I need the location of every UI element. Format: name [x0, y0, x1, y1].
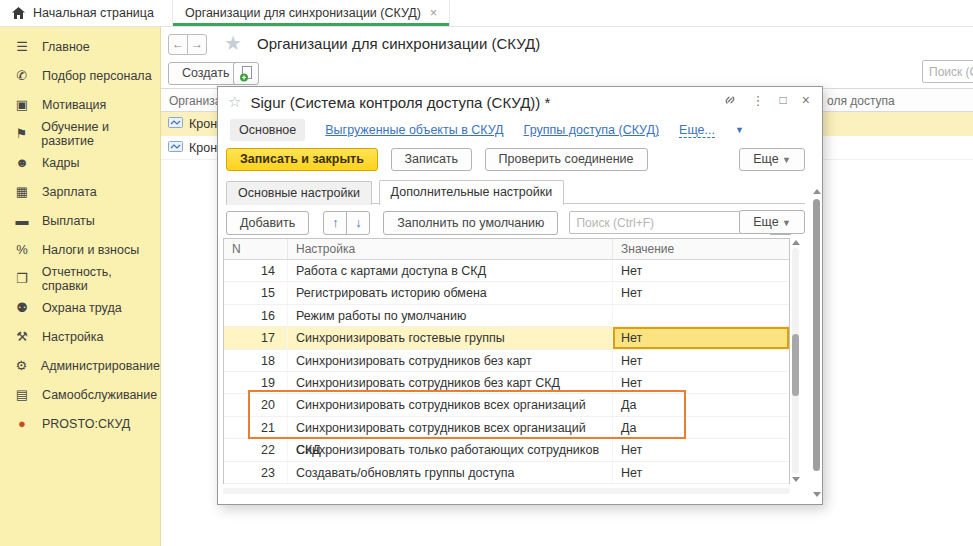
settings-row[interactable]: 18Синхронизировать сотрудников без картН…: [224, 350, 789, 372]
cell-n[interactable]: 20: [224, 394, 288, 415]
table-scrollbar[interactable]: [791, 238, 800, 484]
save-button[interactable]: Записать: [391, 148, 472, 171]
cell-value[interactable]: Нет: [613, 439, 789, 460]
cell-n[interactable]: 23: [224, 462, 288, 483]
nav-more-link[interactable]: Еще...: [679, 123, 715, 138]
move-down-button[interactable]: ↓: [346, 211, 370, 235]
cell-n[interactable]: 21: [224, 417, 288, 438]
sidebar-item-samoobsluzhivanie[interactable]: ▤Самообслуживание: [0, 380, 160, 409]
cell-n[interactable]: 22: [224, 439, 288, 460]
forward-button[interactable]: →: [187, 34, 207, 55]
cell-setting[interactable]: Работа с картами доступа в СКД: [288, 260, 613, 281]
tab-additional-settings[interactable]: Дополнительные настройки: [379, 180, 565, 205]
sidebar-item-obuchenie[interactable]: ⚑Обучение и развитие: [0, 119, 160, 148]
cell-setting[interactable]: Синхронизировать только работающих сотру…: [288, 439, 613, 460]
cell-setting[interactable]: Создавать/обновлять группы доступа: [288, 462, 613, 483]
sidebar-item-glavnoe[interactable]: ☰Главное: [0, 32, 160, 61]
new-document-icon: [239, 66, 254, 82]
cell-value[interactable]: Нет: [613, 462, 789, 483]
scrollbar-thumb[interactable]: [813, 199, 820, 471]
scrollbar-thumb[interactable]: [792, 334, 799, 396]
main-search-input[interactable]: [922, 60, 973, 83]
cell-n[interactable]: 16: [224, 305, 288, 326]
create-group-button[interactable]: [233, 62, 259, 85]
link-icon[interactable]: [723, 93, 737, 107]
nav-main-tab[interactable]: Основное: [230, 119, 305, 141]
sidebar-item-label: Отчетность, справки: [42, 265, 160, 293]
cell-n[interactable]: 15: [224, 282, 288, 303]
form-scrollbar[interactable]: [812, 187, 821, 499]
settings-row[interactable]: 15Регистрировать историю обменаНет: [224, 282, 789, 304]
cell-value[interactable]: [613, 305, 789, 326]
sidebar-item-kadry[interactable]: ☻Кадры: [0, 148, 160, 177]
sidebar-item-nalogi[interactable]: %Налоги и взносы: [0, 235, 160, 264]
save-and-close-button[interactable]: Записать и закрыть: [226, 148, 378, 171]
nav-link-access-groups[interactable]: Группы доступа (СКУД): [524, 123, 660, 137]
tab-bar: Начальная страница Организации для синхр…: [0, 0, 973, 27]
sidebar-item-zarplata[interactable]: ▦Зарплата: [0, 177, 160, 206]
settings-row[interactable]: 19Синхронизировать сотрудников без карт …: [224, 372, 789, 394]
back-button[interactable]: ←: [168, 34, 188, 55]
scroll-up-icon[interactable]: [792, 240, 800, 245]
settings-row[interactable]: 17Синхронизировать гостевые группыНет: [224, 327, 789, 349]
sidebar-item-administrirovanie[interactable]: ⚙Администрирование: [0, 351, 160, 380]
cell-n[interactable]: 17: [224, 327, 288, 348]
cell-setting[interactable]: Регистрировать историю обмена: [288, 282, 613, 303]
sidebar-item-podbor-personala[interactable]: ✆Подбор персонала: [0, 61, 160, 90]
gear-icon: ⚙: [13, 358, 30, 373]
settings-row[interactable]: 20Синхронизировать сотрудников всех орга…: [224, 394, 789, 416]
table-horizontal-scrollbar[interactable]: [223, 488, 790, 494]
cell-setting[interactable]: Режим работы по умолчанию: [288, 305, 613, 326]
sidebar-item-ohrana-truda[interactable]: ⚉Охрана труда: [0, 293, 160, 322]
more-menu-icon[interactable]: ⋮: [752, 93, 765, 108]
settings-row[interactable]: 21Синхронизировать сотрудников всех орга…: [224, 417, 789, 439]
cell-value[interactable]: Да: [613, 417, 789, 438]
cell-n[interactable]: 18: [224, 350, 288, 371]
tab-basic-settings[interactable]: Основные настройки: [226, 181, 372, 205]
cell-n[interactable]: 19: [224, 372, 288, 393]
fill-default-button[interactable]: Заполнить по умолчанию: [383, 211, 558, 235]
settings-row[interactable]: 22Синхронизировать только работающих сот…: [224, 439, 789, 461]
cell-value[interactable]: Нет: [613, 372, 789, 393]
settings-row[interactable]: 23Создавать/обновлять группы доступаНет: [224, 462, 789, 484]
sidebar-item-nastroika[interactable]: ⚒Настройка: [0, 322, 160, 351]
settings-row[interactable]: 16Режим работы по умолчанию: [224, 305, 789, 327]
toolbar-more-button[interactable]: Еще ▼: [739, 210, 805, 234]
dialog-command-bar: Записать и закрыть Записать Проверить со…: [226, 148, 805, 174]
add-button[interactable]: Добавить: [226, 211, 309, 235]
tab-organizations-sync[interactable]: Организации для синхронизации (СКУД) ×: [173, 0, 450, 26]
tab-close-icon[interactable]: ×: [430, 6, 437, 20]
scroll-up-icon[interactable]: [813, 189, 821, 194]
sidebar-item-motivacia[interactable]: ▣Мотивация: [0, 90, 160, 119]
tab-home[interactable]: Начальная страница: [0, 0, 173, 26]
scroll-down-icon[interactable]: [813, 492, 821, 497]
cell-value[interactable]: Нет: [613, 282, 789, 303]
cell-value[interactable]: Нет: [613, 350, 789, 371]
cell-value[interactable]: Да: [613, 394, 789, 415]
sidebar-item-otchetnost[interactable]: ❐Отчетность, справки: [0, 264, 160, 293]
cell-setting[interactable]: Синхронизировать сотрудников всех органи…: [288, 394, 613, 415]
scroll-down-icon[interactable]: [792, 477, 800, 482]
sidebar-item-label: Подбор персонала: [42, 69, 152, 83]
settings-row[interactable]: 14Работа с картами доступа в СКДНет: [224, 260, 789, 282]
favorite-star-icon[interactable]: ★: [224, 31, 242, 55]
cell-value[interactable]: Нет: [613, 260, 789, 281]
command-more-button[interactable]: Еще ▼: [739, 148, 805, 171]
close-icon[interactable]: ×: [802, 92, 810, 108]
nav-link-exported-objects[interactable]: Выгруженные объекты в СКУД: [325, 123, 503, 137]
cell-n[interactable]: 14: [224, 260, 288, 281]
cell-setting[interactable]: Синхронизировать гостевые группы: [288, 327, 613, 348]
check-connection-button[interactable]: Проверить соединение: [485, 148, 648, 171]
cell-value[interactable]: Нет: [613, 327, 789, 348]
settings-subtabs: Основные настройки Дополнительные настро…: [226, 180, 805, 204]
dialog-favorite-star-icon[interactable]: ☆: [228, 93, 241, 111]
cell-setting[interactable]: Синхронизировать сотрудников без карт СК…: [288, 372, 613, 393]
sidebar-item-label: Администрирование: [41, 359, 160, 373]
cell-setting[interactable]: Синхронизировать сотрудников без карт: [288, 350, 613, 371]
maximize-icon[interactable]: □: [780, 93, 787, 107]
sidebar-item-vyplaty[interactable]: ▬Выплаты: [0, 206, 160, 235]
move-up-button[interactable]: ↑: [323, 211, 347, 235]
sidebar-item-prosto-skud[interactable]: ●PROSTO:СКУД: [0, 409, 160, 438]
phone-icon: ✆: [13, 68, 31, 83]
cell-setting[interactable]: Синхронизировать сотрудников всех органи…: [288, 417, 613, 438]
